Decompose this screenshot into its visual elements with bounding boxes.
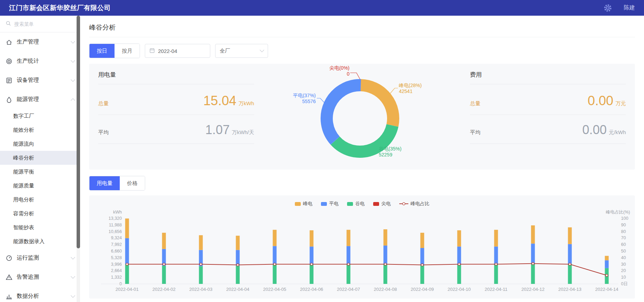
svg-text:60: 60 xyxy=(621,242,626,247)
svg-text:2022-04-07: 2022-04-07 xyxy=(337,287,360,292)
sidebar-item-alarm-trace[interactable]: 告警追溯 xyxy=(0,268,80,287)
sidebar-item-energy-mgmt[interactable]: 能源管理 xyxy=(0,90,80,109)
electricity-card: 用电量 总量 15.04万kWh 平均 1.07万kWh/天 xyxy=(89,64,263,170)
svg-text:13,320: 13,320 xyxy=(109,216,122,221)
svg-text:5,328: 5,328 xyxy=(111,255,122,260)
legend-line-swatch xyxy=(399,202,408,206)
svg-text:2022-04-04: 2022-04-04 xyxy=(226,287,250,292)
legend-item-flat[interactable]: 平电 xyxy=(321,201,339,207)
legend-item-valley[interactable]: 谷电 xyxy=(347,201,365,207)
legend-item-peak-ratio[interactable]: 峰电占比 xyxy=(399,201,430,207)
svg-text:2022-04-05: 2022-04-05 xyxy=(263,287,286,292)
svg-text:2022-04-08: 2022-04-08 xyxy=(374,287,397,292)
search-input[interactable] xyxy=(14,21,77,27)
settings-gear-icon[interactable] xyxy=(604,4,612,12)
sidebar-item-label: 告警追溯 xyxy=(17,273,39,281)
donut-chart: 尖电(0%)0 峰电(28%)42541 谷电(35%)52259 平电(37%… xyxy=(263,64,461,170)
filter-bar: 按日 按月 2022-04 全厂 xyxy=(89,44,635,58)
svg-text:kWh: kWh xyxy=(113,210,122,215)
calendar-icon xyxy=(149,48,155,54)
svg-text:80: 80 xyxy=(621,229,626,234)
chevron-up-icon xyxy=(71,98,75,103)
sidebar-item-data-analysis[interactable]: 数据分析 xyxy=(0,287,80,302)
svg-text:6,660: 6,660 xyxy=(111,249,122,254)
home-icon xyxy=(6,39,13,46)
sidebar-subitem-energy-flow[interactable]: 能源流向 xyxy=(0,137,80,151)
date-picker[interactable]: 2022-04 xyxy=(145,44,210,58)
sidebar-item-label: 运行监测 xyxy=(17,254,39,262)
bar-chart-icon xyxy=(6,293,13,300)
sidebar-subitem-digital-factory[interactable]: 数字工厂 xyxy=(0,109,80,123)
tab-consumption[interactable]: 用电量 xyxy=(89,176,120,190)
sidebar-item-production-mgmt[interactable]: 生产管理 xyxy=(0,32,80,52)
svg-text:7,992: 7,992 xyxy=(111,242,122,247)
sidebar-subitem-smart-meter[interactable]: 智能抄表 xyxy=(0,220,80,234)
sidebar-subitem-electricity-analysis[interactable]: 用电分析 xyxy=(0,193,80,207)
sidebar-item-label: 生产管理 xyxy=(17,38,39,46)
bar-line-chart: kWh峰电占比(%)13,32011,98810,6569,3247,9926,… xyxy=(95,208,631,296)
sidebar: 生产管理 生产统计 设备管理 能源管理 数字工厂 能效分析 能源流向 峰谷分析 xyxy=(0,16,80,302)
svg-text:2022-04-14: 2022-04-14 xyxy=(595,287,619,292)
avg-value: 0.00元/kWh xyxy=(582,123,626,137)
legend-swatch xyxy=(295,202,301,206)
sidebar-subitem-peak-valley[interactable]: 峰谷分析 xyxy=(0,151,80,165)
svg-text:9,324: 9,324 xyxy=(111,235,122,240)
svg-text:100: 100 xyxy=(621,216,628,221)
sidebar-subitem-capacity-demand[interactable]: 容需分析 xyxy=(0,207,80,220)
by-month-button[interactable]: 按月 xyxy=(115,44,140,58)
sidebar-item-label: 设备管理 xyxy=(17,77,39,84)
gauge-icon xyxy=(6,255,13,262)
svg-text:50: 50 xyxy=(621,249,626,254)
sidebar-scrollbar-track xyxy=(77,16,80,302)
sidebar-item-equipment-mgmt[interactable]: 设备管理 xyxy=(0,71,80,90)
svg-text:3,996: 3,996 xyxy=(111,262,122,267)
svg-text:11,988: 11,988 xyxy=(109,223,122,227)
consumption-chart-panel: 峰电 平电 谷电 尖电 峰电占比 kWh峰电占比(%)13,32011,9881… xyxy=(89,195,635,299)
sidebar-subitem-energy-balance[interactable]: 能源平衡 xyxy=(0,165,80,179)
svg-text:2022-04-03: 2022-04-03 xyxy=(189,287,213,292)
cost-card: 费用 总量 0.00万元 平均 0.00元/kWh xyxy=(461,64,635,170)
svg-text:0日: 0日 xyxy=(621,281,628,286)
target-icon xyxy=(6,58,13,65)
svg-text:2022-04-12: 2022-04-12 xyxy=(521,287,545,292)
search-icon xyxy=(6,21,11,28)
user-name[interactable]: 陈建 xyxy=(624,4,635,11)
sidebar-scrollbar-thumb[interactable] xyxy=(77,16,80,248)
chevron-down-icon xyxy=(71,58,75,63)
chevron-down-icon xyxy=(71,77,75,82)
app-header: 江门市新会区新华胶丝厂有限公司 陈建 xyxy=(0,0,644,16)
svg-text:峰电占比(%): 峰电占比(%) xyxy=(606,210,630,215)
company-title: 江门市新会区新华胶丝厂有限公司 xyxy=(9,3,111,13)
chevron-down-icon xyxy=(71,274,75,279)
menu-search xyxy=(0,16,80,32)
sidebar-item-label: 生产统计 xyxy=(17,57,39,65)
donut-label-sharp: 尖电(0%)0 xyxy=(322,65,350,77)
avg-label: 平均 xyxy=(470,129,480,136)
donut-svg xyxy=(263,64,457,170)
svg-text:2022-04-09: 2022-04-09 xyxy=(411,287,434,292)
legend-item-sharp[interactable]: 尖电 xyxy=(373,201,391,207)
sidebar-subitem-energy-efficiency[interactable]: 能效分析 xyxy=(0,123,80,137)
warning-triangle-icon xyxy=(6,274,13,281)
scope-value: 全厂 xyxy=(220,48,230,54)
sidebar-item-production-stats[interactable]: 生产统计 xyxy=(0,52,80,71)
chevron-down-icon xyxy=(71,293,75,298)
sidebar-item-label: 能源管理 xyxy=(17,96,39,103)
chart-legend: 峰电 平电 谷电 尖电 峰电占比 xyxy=(95,200,629,208)
tab-price[interactable]: 价格 xyxy=(120,176,145,190)
svg-text:30: 30 xyxy=(621,262,626,267)
svg-text:90: 90 xyxy=(621,223,626,227)
sidebar-subitem-energy-quality[interactable]: 能源质量 xyxy=(0,179,80,193)
sidebar-subitem-energy-data-entry[interactable]: 能源数据录入 xyxy=(0,234,80,248)
electricity-card-title: 用电量 xyxy=(98,64,254,84)
svg-text:40: 40 xyxy=(621,255,626,260)
by-day-button[interactable]: 按日 xyxy=(89,44,115,58)
main-content: 峰谷分析 按日 按月 2022-04 全厂 xyxy=(80,16,644,302)
total-value: 15.04万kWh xyxy=(203,93,254,108)
donut-label-valley: 谷电(35%)52259 xyxy=(379,146,401,158)
svg-text:10,656: 10,656 xyxy=(109,229,122,234)
sidebar-item-operation-monitoring[interactable]: 运行监测 xyxy=(0,248,80,268)
legend-swatch xyxy=(373,202,379,206)
legend-item-peak[interactable]: 峰电 xyxy=(295,201,313,207)
scope-select[interactable]: 全厂 xyxy=(215,44,268,58)
